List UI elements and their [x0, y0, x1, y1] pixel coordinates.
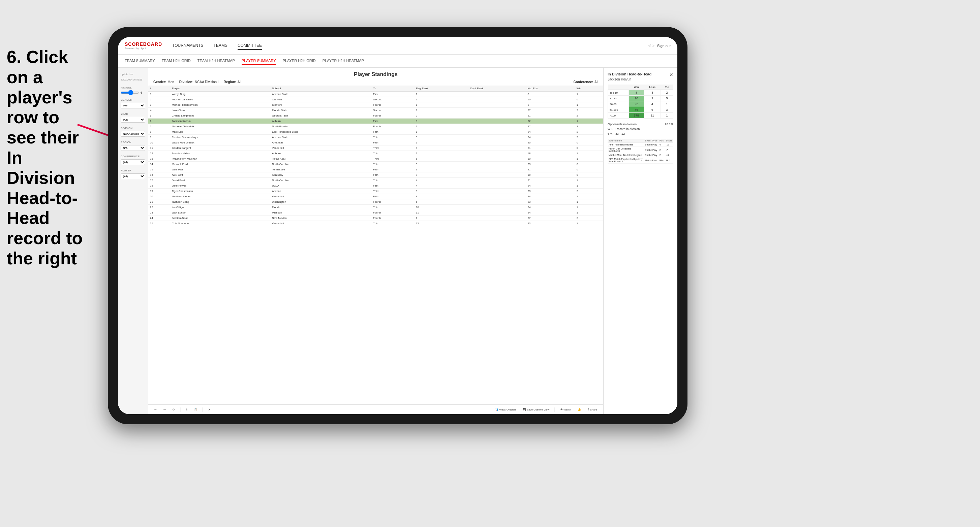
save-custom-btn[interactable]: 💾 Save Custom View [521, 407, 552, 412]
cell-player: Michael La Sasso [170, 97, 270, 102]
cell-win: 0 [575, 146, 603, 151]
cell-win: 0 [575, 172, 603, 178]
table-row[interactable]: 17 David Ford North Carolina Third 4 21 … [148, 178, 603, 183]
gender-label: Gender [121, 98, 145, 102]
subnav-team-h2h-heatmap[interactable]: TEAM H2H HEATMAP [197, 57, 235, 65]
nav-teams[interactable]: TEAMS [214, 42, 228, 50]
cell-rank: 17 [148, 178, 170, 183]
cell-yr: First [371, 92, 414, 97]
cell-school: Florida State [270, 108, 371, 113]
cell-player: Jackson Koivun [170, 119, 270, 124]
tournament-history-table: Tournament Event Type Pos Score Amer Ari… [608, 139, 673, 163]
table-row[interactable]: 18 Luke Powell UCLA First 4 24 1 [148, 183, 603, 189]
table-row[interactable]: 2 Michael La Sasso Ole Miss Second 1 10 … [148, 97, 603, 102]
cell-school: North Carolina [270, 178, 371, 183]
tournament-row[interactable]: Mirabel Maui Jim Intercollegiate Stroke … [608, 153, 673, 157]
cell-rank: 4 [148, 108, 170, 113]
table-row[interactable]: 12 Brendan Valles Auburn Third 1 18 1 [148, 151, 603, 156]
refresh-btn[interactable]: ⟳ [206, 407, 212, 412]
division-select[interactable]: NCAA Division I [121, 131, 145, 137]
thumbs-up-btn[interactable]: 👍 [576, 407, 583, 412]
forward-btn[interactable]: ⟳ [170, 407, 177, 412]
paste-btn[interactable]: 📋 [192, 407, 199, 412]
subnav-team-summary[interactable]: TEAM SUMMARY [125, 57, 155, 65]
cell-no-rds: 24 [526, 129, 575, 135]
table-row[interactable]: 25 Cole Sherwood Vanderbilt Third 12 23 … [148, 221, 603, 226]
table-row[interactable]: 9 Preston Summerhays Arizona State Third… [148, 135, 603, 140]
table-row[interactable]: 4 Luke Claton Florida State Second 1 27 … [148, 108, 603, 113]
view-original-btn[interactable]: 📊 View: Original [493, 407, 518, 412]
cell-rank: 11 [148, 146, 170, 151]
h2h-close-btn[interactable]: ✕ [669, 72, 673, 78]
col-yr: Yr [371, 86, 414, 92]
table-row[interactable]: 3 Michael Thorbjornsen Stanford Fourth 1… [148, 102, 603, 108]
cell-conf-rank [468, 205, 526, 210]
h2h-breakdown-table: Win Loss Tie Top 10 8 3 2 11-25 20 9 5 2… [608, 84, 673, 119]
no-rds-slider[interactable] [121, 92, 139, 94]
cell-player: Michael Thorbjornsen [170, 102, 270, 108]
copy-btn[interactable]: ⎘ [184, 407, 189, 412]
sign-out-button[interactable]: Sign out [657, 44, 671, 48]
cell-yr: Third [371, 189, 414, 194]
table-row[interactable]: 10 Jacob Mou-Oleaux Arkansas Fifth 1 25 … [148, 140, 603, 146]
tournament-type: Stroke Play [644, 153, 659, 157]
year-select[interactable]: (All) [121, 117, 145, 122]
tournament-row[interactable]: Amer Ari Intercollegiate Stroke Play 4 -… [608, 143, 673, 147]
tournament-score: -17 [665, 143, 673, 147]
cell-conf-rank [468, 102, 526, 108]
table-row[interactable]: 13 Phachakorn Malchan Texas A&M Third 6 … [148, 156, 603, 162]
cell-win: 0 [575, 167, 603, 172]
h2h-loss: 11 [644, 113, 661, 119]
region-select[interactable]: N/A [121, 145, 145, 151]
table-row[interactable]: 20 Matthew Riedel Vanderbilt Fifth 9 24 … [148, 194, 603, 199]
cell-conf-rank [468, 210, 526, 216]
table-row[interactable]: 11 Gordon Sargent Vanderbilt Third 4 21 … [148, 146, 603, 151]
conference-select[interactable]: (All) [121, 159, 145, 165]
cell-conf-rank [468, 140, 526, 146]
watch-btn[interactable]: 👁 Watch [558, 407, 573, 412]
subnav-player-h2h-heatmap[interactable]: PLAYER H2H HEATMAP [323, 57, 364, 65]
redo-btn[interactable]: ↪ [161, 407, 168, 412]
share-btn[interactable]: ⤴ Share [586, 407, 599, 412]
table-row[interactable]: 6 Jackson Koivun Auburn First 3 22 1 [148, 119, 603, 124]
table-row[interactable]: 14 Maxwell Ford North Carolina Third 3 2… [148, 162, 603, 167]
subnav-team-h2h-grid[interactable]: TEAM H2H GRID [162, 57, 191, 65]
gender-select[interactable]: Men Women [121, 103, 145, 108]
table-row[interactable]: 16 Alex Goff Kentucky Fifth 8 19 0 [148, 172, 603, 178]
cell-reg-rank: 2 [414, 113, 468, 119]
tournament-row[interactable]: SEC Match Play hosted by Jerry Pate Roun… [608, 157, 673, 163]
subnav-player-summary[interactable]: PLAYER SUMMARY [242, 57, 276, 65]
table-row[interactable]: 19 Tiger Christensen Arizona Third 8 23 … [148, 189, 603, 194]
tournament-name: Mirabel Maui Jim Intercollegiate [608, 153, 644, 157]
cell-yr: Fifth [371, 167, 414, 172]
player-standings-table: # Player School Yr Reg Rank Conf Rank No… [148, 86, 603, 405]
table-row[interactable]: 7 Nicholas Gabrelcik North Florida Fourt… [148, 124, 603, 129]
nav-tournaments[interactable]: TOURNAMENTS [172, 42, 203, 50]
cell-yr: First [371, 119, 414, 124]
tablet-frame: SCOREBOARD Powered by clippi TOURNAMENTS… [108, 27, 687, 424]
table-row[interactable]: 5 Christo Lamprecht Georgia Tech Fourth … [148, 113, 603, 119]
table-row[interactable]: 23 Jack Lundin Missouri Fourth 11 24 1 [148, 210, 603, 216]
table-row[interactable]: 21 Taehoon Song Washington Fourth 6 23 1 [148, 199, 603, 205]
nav-committee[interactable]: COMMITTEE [238, 42, 262, 50]
tournament-row[interactable]: Fallen Oak Collegiate Invitational Strok… [608, 147, 673, 153]
division-section: Division NCAA Division I [121, 127, 145, 137]
table-row[interactable]: 24 Bastian Amat New Mexico Fourth 1 27 2 [148, 216, 603, 221]
cell-reg-rank: 10 [414, 205, 468, 210]
cell-school: Arizona State [270, 92, 371, 97]
cell-player: Nicholas Gabrelcik [170, 124, 270, 129]
table-row[interactable]: 22 Ian Gilligan Florida Third 10 24 1 [148, 205, 603, 210]
h2h-table-row: 26-50 22 4 1 [608, 102, 673, 107]
table-row[interactable]: 8 Mats Ege East Tennessee State Fifth 1 … [148, 129, 603, 135]
h2h-win: 20 [629, 96, 644, 102]
subnav-player-h2h-grid[interactable]: PLAYER H2H GRID [283, 57, 316, 65]
cell-yr: Second [371, 108, 414, 113]
cell-no-rds: 21 [526, 178, 575, 183]
player-select[interactable]: (All) [121, 173, 145, 179]
cell-no-rds: 27 [526, 124, 575, 129]
table-row[interactable]: 15 Jake Hall Tennessee Fifth 3 21 0 [148, 167, 603, 172]
table-row[interactable]: 1 Wenyi Ding Arizona State First 1 8 1 [148, 92, 603, 97]
region-filter-value: All [238, 80, 241, 84]
undo-btn[interactable]: ↩ [152, 407, 159, 412]
cell-school: Auburn [270, 151, 371, 156]
